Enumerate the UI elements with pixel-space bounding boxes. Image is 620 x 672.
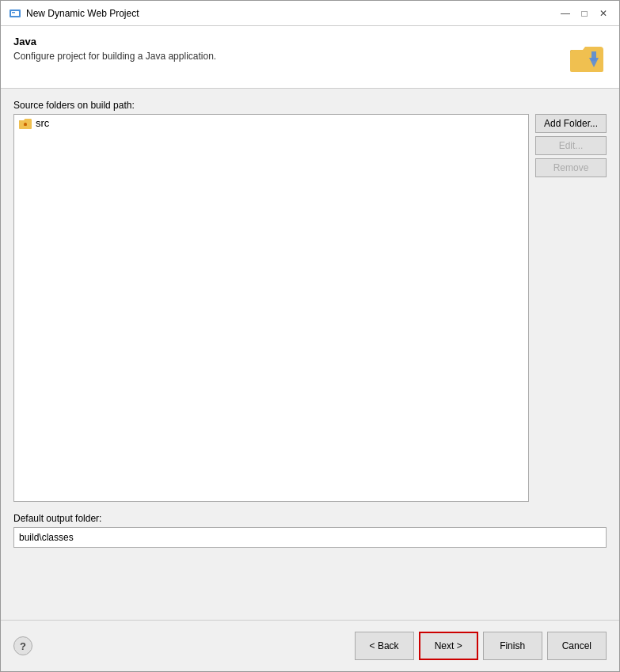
header-subtitle: Configure project for building a Java ap… — [13, 51, 557, 62]
java-folder-icon — [565, 36, 607, 77]
output-folder-section: Default output folder: — [13, 513, 607, 548]
maximize-button[interactable]: □ — [576, 6, 592, 21]
side-buttons: Add Folder... Edit... Remove — [535, 114, 607, 177]
source-folders-row: src Add Folder... Edit... Remove — [13, 114, 607, 502]
footer-left: ? — [13, 636, 32, 655]
header-title: Java — [13, 36, 557, 47]
svg-rect-9 — [24, 124, 27, 125]
close-button[interactable]: ✕ — [595, 6, 611, 21]
list-item[interactable]: src — [14, 115, 528, 131]
help-button[interactable]: ? — [13, 636, 32, 655]
source-folders-section: Source folders on build path: — [13, 100, 607, 502]
title-bar: New Dynamic Web Project — □ ✕ — [1, 1, 619, 26]
next-button[interactable]: Next > — [419, 632, 478, 660]
svg-rect-1 — [11, 11, 19, 16]
footer-right: < Back Next > Finish Cancel — [355, 632, 607, 660]
add-folder-button[interactable]: Add Folder... — [535, 114, 607, 133]
title-bar-left: New Dynamic Web Project — [9, 7, 139, 20]
finish-button[interactable]: Finish — [483, 632, 542, 660]
src-item-label: src — [36, 117, 49, 129]
title-bar-controls: — □ ✕ — [557, 6, 611, 21]
minimize-button[interactable]: — — [557, 6, 573, 21]
cancel-button[interactable]: Cancel — [547, 632, 607, 660]
source-list[interactable]: src — [13, 114, 529, 502]
output-folder-input[interactable] — [13, 527, 607, 548]
header-section: Java Configure project for building a Ja… — [1, 26, 619, 89]
svg-rect-2 — [12, 12, 15, 13]
src-folder-icon — [19, 118, 32, 129]
remove-button[interactable]: Remove — [535, 158, 607, 177]
main-content: Source folders on build path: — [1, 89, 619, 620]
window-title: New Dynamic Web Project — [26, 8, 139, 19]
window-icon — [9, 7, 21, 20]
svg-rect-5 — [591, 51, 596, 61]
main-window: New Dynamic Web Project — □ ✕ Java Confi… — [0, 0, 620, 672]
edit-button[interactable]: Edit... — [535, 136, 607, 155]
header-text: Java Configure project for building a Ja… — [13, 36, 557, 62]
back-button[interactable]: < Back — [355, 632, 414, 660]
footer: ? < Back Next > Finish Cancel — [1, 620, 619, 671]
output-folder-label: Default output folder: — [13, 513, 607, 524]
source-folders-label: Source folders on build path: — [13, 100, 607, 111]
